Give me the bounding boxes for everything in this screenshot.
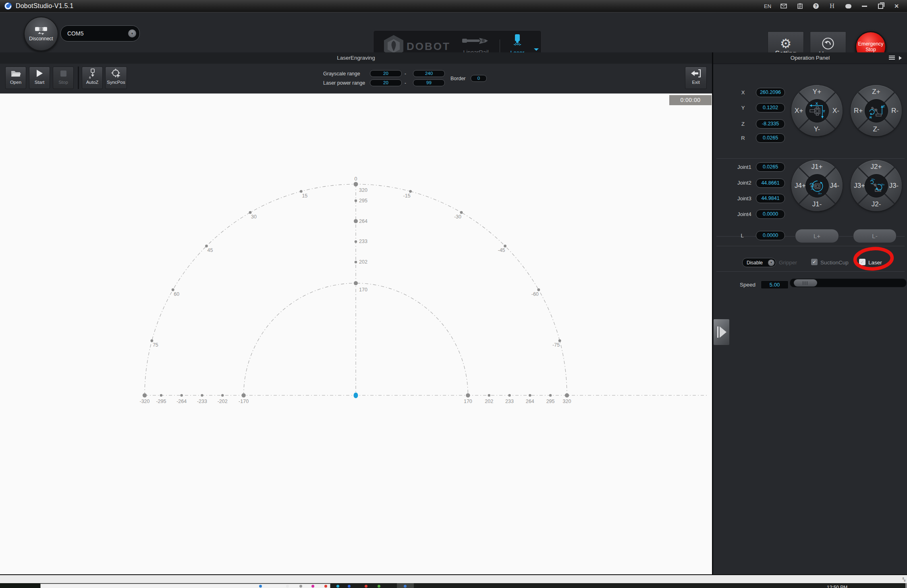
- syncpos-button[interactable]: SyncPos: [105, 66, 127, 89]
- jog-j4-minus[interactable]: J4-: [830, 182, 839, 190]
- svg-text:-60: -60: [531, 291, 539, 297]
- syncpos-icon: [111, 68, 121, 79]
- wheel-j1j4-center-icon: J4+ J1+: [805, 174, 829, 197]
- show-desktop-button[interactable]: [905, 583, 907, 588]
- jog-j2-minus[interactable]: J2-: [872, 200, 881, 208]
- laser-head-icon: [511, 34, 523, 47]
- jog-j4-plus[interactable]: J4+: [795, 182, 806, 190]
- stop-button[interactable]: Stop: [53, 66, 74, 89]
- jog-r-plus[interactable]: R+: [854, 107, 863, 115]
- speed-slider-handle[interactable]: [794, 279, 817, 287]
- linearrail-icon: [461, 35, 490, 45]
- taskbar-active-app[interactable]: [397, 583, 414, 588]
- window-title: DobotStudio-V1.5.1: [16, 2, 73, 10]
- panel-expander-button[interactable]: [713, 319, 730, 345]
- jog-j1-minus[interactable]: J1-: [812, 200, 822, 208]
- rail-l-label: L: [737, 233, 748, 239]
- workspace-canvas[interactable]: -170170-202202-233233-264264-295295-3203…: [0, 93, 712, 574]
- taskbar-app-icon[interactable]: [336, 585, 339, 588]
- language-button[interactable]: EN: [760, 0, 776, 12]
- taskbar-app-icon[interactable]: [259, 585, 262, 588]
- border-input[interactable]: 0: [471, 75, 487, 82]
- svg-text:202: 202: [359, 259, 367, 265]
- wheel-xy-center-icon: X Y: [805, 99, 829, 123]
- minimize-button[interactable]: [856, 0, 872, 12]
- coord-r-label: R: [734, 135, 752, 141]
- svg-text:-75: -75: [552, 342, 560, 348]
- svg-text:15: 15: [302, 193, 307, 199]
- panel-menu-icon[interactable]: [889, 56, 895, 60]
- speed-value[interactable]: 5.00: [761, 280, 789, 289]
- jog-x-minus[interactable]: X-: [832, 107, 839, 115]
- rail-l-plus-button[interactable]: L+: [795, 229, 839, 243]
- mode-dropdown-arrow-icon[interactable]: ▼: [768, 260, 774, 266]
- jog-wheel-j2j3[interactable]: J2+ J3+ J3- J2- J2+ J3+: [851, 160, 902, 211]
- coord-r-value: 0.0265: [756, 133, 785, 143]
- jog-j3-plus[interactable]: J3+: [854, 182, 865, 190]
- taskbar-app-icon: [404, 585, 407, 588]
- rail-l-minus-button[interactable]: L-: [853, 229, 897, 243]
- plug-icon: [34, 26, 48, 35]
- jog-j1-plus[interactable]: J1+: [812, 163, 823, 171]
- taskbar-app-icon[interactable]: [378, 585, 380, 588]
- speed-slider[interactable]: [790, 278, 907, 287]
- restore-button[interactable]: [872, 0, 888, 12]
- jog-y-minus[interactable]: Y-: [814, 125, 820, 133]
- feedback-icon[interactable]: [840, 0, 856, 12]
- power-min-input[interactable]: 20: [370, 79, 402, 86]
- com-dropdown-arrow-icon[interactable]: ▼: [128, 29, 136, 37]
- help-icon[interactable]: ?: [808, 0, 824, 12]
- joint3-label: Joint3: [737, 195, 758, 202]
- end-effector-mode-select[interactable]: Disable ▼: [742, 258, 776, 267]
- jog-x-plus[interactable]: X+: [795, 107, 803, 115]
- jog-z-minus[interactable]: Z-: [873, 125, 879, 133]
- mail-icon[interactable]: [776, 0, 792, 12]
- svg-text:60: 60: [174, 291, 179, 297]
- stop-icon: [60, 71, 66, 77]
- taskbar-app-icon[interactable]: [286, 585, 289, 588]
- power-max-input[interactable]: 99: [413, 79, 445, 86]
- jog-j3-minus[interactable]: J3-: [889, 182, 899, 190]
- svg-text:J2+: J2+: [871, 178, 875, 181]
- taskbar-app-icon[interactable]: [348, 585, 351, 588]
- svg-text:-320: -320: [139, 399, 149, 404]
- taskbar-clock[interactable]: 12:50 PM: [827, 583, 867, 588]
- panel-collapse-icon[interactable]: [899, 56, 904, 60]
- home-arrow-icon: [821, 37, 835, 50]
- taskbar-app-icon[interactable]: [299, 585, 302, 588]
- svg-text:-264: -264: [176, 399, 187, 404]
- start-button-area[interactable]: [0, 583, 40, 588]
- module-title: LaserEngraving: [0, 52, 712, 64]
- joint1-label: Joint1: [737, 164, 758, 170]
- joint4-label: Joint4: [737, 211, 758, 217]
- jog-r-minus[interactable]: R-: [891, 107, 899, 115]
- disconnect-button[interactable]: Disconnect: [24, 17, 58, 51]
- suctioncup-checkbox[interactable]: ✓: [811, 259, 818, 265]
- section-divider: [716, 246, 905, 246]
- exit-button[interactable]: Exit: [685, 66, 707, 89]
- grayscale-min-input[interactable]: 20: [370, 70, 402, 77]
- jog-j2-plus[interactable]: J2+: [871, 163, 882, 171]
- jog-wheel-j1j4[interactable]: J1+ J4+ J4- J1- J4+ J1+: [791, 160, 843, 211]
- com-port-select[interactable]: COM5 ▼: [60, 25, 140, 42]
- svg-text:J4+: J4+: [811, 188, 815, 190]
- close-button[interactable]: ✕: [888, 0, 905, 12]
- jog-wheel-xy[interactable]: Y+ X+ X- Y- X Y: [791, 85, 843, 136]
- taskbar-app-icon[interactable]: [311, 585, 314, 588]
- jog-y-plus[interactable]: Y+: [813, 88, 821, 96]
- log-icon[interactable]: [792, 0, 808, 12]
- laser-checkbox[interactable]: ✓: [859, 259, 865, 265]
- open-button[interactable]: Open: [5, 66, 26, 89]
- taskbar-app-icon[interactable]: [324, 585, 327, 588]
- jog-wheel-zr[interactable]: Z+ R+ R- Z- Z R: [851, 85, 902, 136]
- grayscale-max-input[interactable]: 240: [413, 70, 445, 77]
- svg-text:264: 264: [526, 399, 534, 404]
- laser-power-range-label: Laser power range: [323, 80, 365, 86]
- taskbar-app-icon[interactable]: [365, 585, 367, 588]
- windows-taskbar: 12:50 PM: [0, 583, 907, 588]
- autoz-button[interactable]: AutoZ: [82, 66, 103, 89]
- start-button[interactable]: Start: [29, 66, 50, 89]
- svg-text:-45: -45: [498, 247, 505, 253]
- jog-z-plus[interactable]: Z+: [872, 88, 880, 96]
- h-icon[interactable]: H: [824, 0, 840, 12]
